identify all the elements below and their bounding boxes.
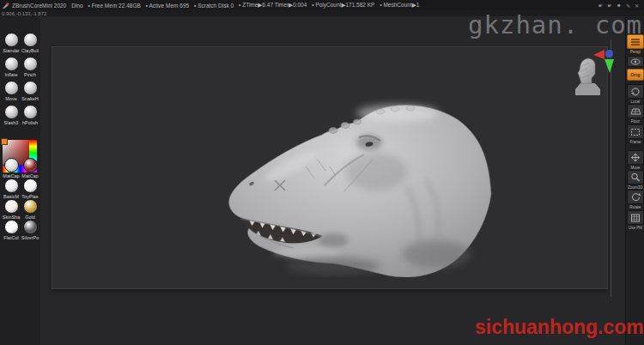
frame-icon [627,124,644,139]
user-icon[interactable]: ☻ [617,3,622,8]
stat-ztime: • ZTime▶6.47 Timer▶0:004 [239,2,307,9]
move-icon [627,150,644,165]
axis-gizmo[interactable] [590,45,626,92]
brush-pinch[interactable]: Pinch [21,57,39,77]
y-axis-arrow-icon [605,59,614,73]
color-cursor [1,138,8,145]
material-basic[interactable]: BasicM [2,179,21,199]
orig-label: Orig [627,69,644,81]
stat-scratch: • Scratch Disk 0 [194,3,234,9]
watermark-sichuanhong: sichuanhong.com [475,316,644,339]
material-matcap-red[interactable]: MatCap [21,158,39,179]
material-toyplastic[interactable]: ToyPlas [21,179,39,199]
material-silverpolished[interactable]: SilverPo [21,220,39,240]
dinosaur-sculpt[interactable] [204,84,496,277]
stat-free-mem: • Free Mem 22.48GB [88,3,141,9]
zbrush-window: ZBrushCoreMini 2020 Dino • Free Mem 22.4… [0,0,644,345]
brush-inflate[interactable]: Inflate [2,57,21,77]
material-matcap-gray[interactable]: MatCap [2,158,21,179]
material-gold[interactable]: Gold [21,199,39,220]
left-shelf: Standar ClayBuil Inflate Pinch Move Snak… [0,16,41,345]
stat-active-mem: • Active Mem 695 [146,3,189,9]
frame-button[interactable]: Frame [627,124,644,144]
stat-polycount: • PolyCount▶171.582 KP [312,2,374,9]
document-name: Dino [71,3,82,9]
brush-snakehook[interactable]: SnakeH [21,81,39,101]
app-title: ZBrushCoreMini 2020 [12,3,66,9]
material-flatcolor[interactable]: FlatCol [2,220,21,240]
right-shelf: Persp Orig Local Floor Frame [625,16,644,345]
viewport[interactable] [40,16,625,345]
brush-standard[interactable]: Standar [2,33,21,53]
floor-grid-icon [627,104,644,118]
brush-claybuildup[interactable]: ClayBuil [21,33,39,53]
floor-button[interactable]: Floor [627,104,644,124]
hand-icon[interactable]: ☛ [607,3,611,9]
local-button[interactable]: Local [627,84,644,104]
cursor-coordinates: 0.906,-0.133,-1.872 [2,11,46,16]
eye-icon [627,56,644,67]
magnifier-icon [627,170,644,185]
hand-icon[interactable]: ☛ [598,3,603,9]
material-skinshade[interactable]: SkinSha [2,199,21,220]
zoom3d-button[interactable]: Zoom3D [627,170,644,190]
zbrush-logo-icon [2,2,9,9]
grid-panel-icon [627,210,644,225]
rotate-icon [627,190,644,204]
brush-slash3[interactable]: Slash3 [2,105,21,125]
orig-button[interactable]: Orig [627,69,644,82]
local-symmetry-icon [627,84,644,99]
watermark-gkzhan: gkzhan. com [468,10,642,39]
move-button[interactable]: Move [627,150,644,170]
brush-move[interactable]: Move [2,81,21,101]
brush-hpolish[interactable]: hPolish [21,105,39,125]
solo-button[interactable] [627,56,644,68]
x-axis-arrow-icon [593,50,605,59]
use-pm-button[interactable]: Use PM [627,210,644,230]
close-icon[interactable]: ✕ [635,3,639,9]
z-axis-dot-icon [605,50,613,58]
pen-icon[interactable]: ✎ [626,3,630,9]
stat-meshcount: • MeshCount▶1 [380,2,419,9]
rotate-button[interactable]: Rotate [627,190,644,209]
